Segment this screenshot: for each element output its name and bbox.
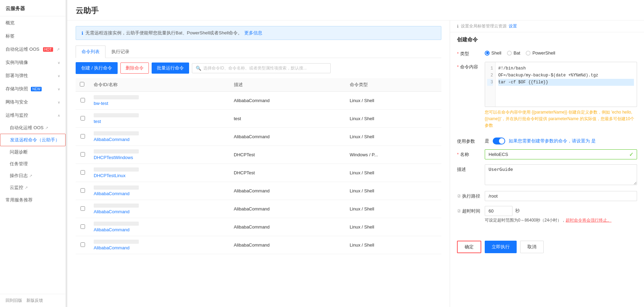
cmd-desc-cell: DHCPTest bbox=[230, 164, 346, 182]
timeout-question-icon[interactable]: ② bbox=[457, 208, 461, 214]
sidebar-section-instances[interactable]: 实例与镜像 ∨ bbox=[0, 56, 66, 69]
settings-link[interactable]: 设置 bbox=[509, 23, 517, 29]
right-panel: ℹ 设置全局标签管理云资源 设置 创建命令 类型 Shell bbox=[450, 20, 644, 307]
use-params-toggle[interactable] bbox=[493, 138, 505, 144]
more-info-link[interactable]: 更多信息 bbox=[244, 30, 262, 36]
main-header: 云助手 bbox=[67, 0, 644, 20]
cmd-id-name-cell: AlibabaCommand bbox=[90, 182, 230, 200]
tab-execution-records[interactable]: 执行记录 bbox=[105, 45, 135, 58]
row-checkbox-cell[interactable] bbox=[76, 236, 90, 254]
sidebar-sub-task-management[interactable]: 任务管理 bbox=[0, 158, 66, 170]
row-checkbox[interactable] bbox=[80, 242, 85, 247]
row-checkbox-cell[interactable] bbox=[76, 200, 90, 218]
search-box[interactable]: 🔍 选择命令ID、命令名称、或者类型属性项搜索，默认搜... bbox=[192, 63, 331, 73]
table-row: AlibabaCommand AlibabaCommand Linux / Sh… bbox=[76, 128, 441, 146]
select-all-header[interactable] bbox=[76, 78, 90, 92]
sidebar-sub-cloud-monitor[interactable]: 云监控 ↗ bbox=[0, 182, 66, 193]
sidebar-sub-problem-diagnosis[interactable]: 问题诊断 bbox=[0, 146, 66, 158]
radio-shell[interactable]: Shell bbox=[485, 50, 501, 56]
cmd-desc-cell: AlibabaCommand bbox=[230, 218, 346, 236]
tab-command-list[interactable]: 命令列表 bbox=[76, 45, 105, 58]
sidebar-item-automation[interactable]: 自动化运维 OOS HOT ↗ bbox=[0, 43, 66, 56]
batch-run-button[interactable]: 批量运行命令 bbox=[152, 63, 189, 74]
cmd-name[interactable]: DHCPTestWindows bbox=[94, 155, 226, 160]
sidebar-section-storage[interactable]: 存储与快照 NEW ∨ bbox=[0, 82, 66, 96]
row-checkbox-cell[interactable] bbox=[76, 92, 90, 110]
cmd-name[interactable]: AlibabaCommand bbox=[94, 191, 226, 196]
use-params-label: 使用参数 bbox=[457, 136, 485, 144]
row-checkbox-cell[interactable] bbox=[76, 218, 90, 236]
cancel-button[interactable]: 取消 bbox=[520, 241, 544, 253]
sidebar-section-network[interactable]: 网络与安全 ∨ bbox=[0, 96, 66, 109]
feedback-link[interactable]: 新版反馈 bbox=[26, 298, 43, 304]
desc-textarea[interactable]: UserGuide bbox=[485, 164, 637, 185]
sidebar-item-common-services[interactable]: 常用服务推荐 bbox=[0, 193, 66, 207]
sidebar-sub-cloud-assistant[interactable]: 发送远程命令（云助手） bbox=[0, 134, 66, 146]
info-circle-icon: ℹ bbox=[457, 24, 459, 29]
row-checkbox[interactable] bbox=[80, 116, 85, 121]
sidebar-top-label: 云服务器 bbox=[0, 0, 66, 16]
cmd-name[interactable]: bw-test bbox=[94, 101, 226, 106]
sidebar-section-ops[interactable]: 运维与监控 ∧ bbox=[0, 109, 66, 122]
command-table: 命令ID/名称 描述 命令类型 bw-test AlibabaCommand bbox=[76, 78, 441, 254]
table-container: 命令ID/名称 描述 命令类型 bw-test AlibabaCommand bbox=[67, 78, 450, 254]
radio-powershell[interactable]: PowerShell bbox=[526, 50, 555, 56]
select-all-checkbox[interactable] bbox=[80, 82, 84, 86]
old-version-link[interactable]: 回到旧版 bbox=[6, 298, 22, 304]
content-row: 命令内容 1 2 3 #!/bin/bash OF=/backup/my-bac… bbox=[457, 62, 637, 131]
row-checkbox-cell[interactable] bbox=[76, 164, 90, 182]
row-checkbox-cell[interactable] bbox=[76, 146, 90, 164]
cmd-type: Linux / Shell bbox=[350, 98, 374, 103]
sidebar-section-deploy[interactable]: 部署与弹性 ∨ bbox=[0, 69, 66, 82]
type-radio-group: Shell Bat PowerShell bbox=[485, 49, 637, 56]
row-checkbox-cell[interactable] bbox=[76, 128, 90, 146]
table-row: bw-test AlibabaCommand Linux / Shell bbox=[76, 92, 441, 110]
code-editor[interactable]: 1 2 3 #!/bin/bash OF=/backup/my-backup-$… bbox=[485, 62, 637, 107]
code-content[interactable]: #!/bin/bash OF=/backup/my-backup-$(date … bbox=[495, 62, 637, 107]
confirm-button[interactable]: 确定 bbox=[457, 241, 481, 253]
cmd-name[interactable]: AlibabaCommand bbox=[94, 245, 226, 250]
row-checkbox-cell[interactable] bbox=[76, 182, 90, 200]
radio-bat[interactable]: Bat bbox=[507, 50, 520, 56]
row-checkbox[interactable] bbox=[80, 224, 85, 229]
cmd-name[interactable]: AlibabaCommand bbox=[94, 227, 226, 232]
cmd-desc-cell: DHCPTest bbox=[230, 146, 346, 164]
row-checkbox[interactable] bbox=[80, 134, 85, 139]
cmd-id-name-cell: bw-test bbox=[90, 92, 230, 110]
row-checkbox[interactable] bbox=[80, 98, 85, 102]
main-body: ℹ 无需远程连接实例，云助手便能帮您批量执行Bat、PowerShell或者Sh… bbox=[67, 20, 644, 307]
use-params-control: 是 如果您需要创建带参数的命令，请设置为 是 bbox=[485, 136, 637, 144]
row-checkbox[interactable] bbox=[80, 170, 85, 175]
name-label: 名称 bbox=[457, 149, 485, 158]
sidebar-sub-operation-log[interactable]: 操作日志 ↗ bbox=[0, 170, 66, 182]
cmd-name[interactable]: test bbox=[94, 119, 226, 124]
delete-command-button[interactable]: 删除命令 bbox=[120, 63, 149, 74]
row-checkbox-cell[interactable] bbox=[76, 110, 90, 128]
sidebar-sub-ops-automation[interactable]: 自动化运维 OOS ↗ bbox=[0, 122, 66, 134]
table-row: AlibabaCommand AlibabaCommand Linux / Sh… bbox=[76, 200, 441, 218]
cmd-name[interactable]: DHCPTestLinux bbox=[94, 173, 226, 178]
cmd-name[interactable]: AlibabaCommand bbox=[94, 137, 226, 142]
exec-path-input[interactable] bbox=[485, 191, 637, 201]
sidebar-item-tags[interactable]: 标签 bbox=[0, 30, 66, 43]
row-checkbox[interactable] bbox=[80, 206, 85, 211]
cmd-name[interactable]: AlibabaCommand bbox=[94, 209, 226, 214]
search-icon: 🔍 bbox=[196, 66, 201, 71]
chevron-icon: ∨ bbox=[58, 100, 60, 104]
cmd-id bbox=[94, 204, 139, 208]
timeout-input[interactable] bbox=[485, 206, 512, 216]
sidebar-item-overview[interactable]: 概览 bbox=[0, 16, 66, 30]
name-input[interactable] bbox=[485, 149, 637, 159]
cmd-type: Windows / P... bbox=[350, 152, 378, 157]
radio-shell-circle bbox=[485, 51, 490, 56]
execute-button[interactable]: 立即执行 bbox=[485, 241, 517, 253]
exec-path-question-icon[interactable]: ② bbox=[457, 193, 461, 199]
timeout-hint-link[interactable]: 超时命令将会强行终止。 bbox=[566, 218, 611, 223]
table-row: DHCPTestWindows DHCPTest Windows / P... bbox=[76, 146, 441, 164]
row-checkbox[interactable] bbox=[80, 188, 85, 193]
cmd-desc-cell: test bbox=[230, 110, 346, 128]
create-execute-button[interactable]: 创建 / 执行命令 bbox=[76, 62, 118, 74]
row-checkbox[interactable] bbox=[80, 152, 85, 157]
line-numbers: 1 2 3 bbox=[485, 62, 495, 107]
name-row: 名称 ✓ bbox=[457, 149, 637, 159]
